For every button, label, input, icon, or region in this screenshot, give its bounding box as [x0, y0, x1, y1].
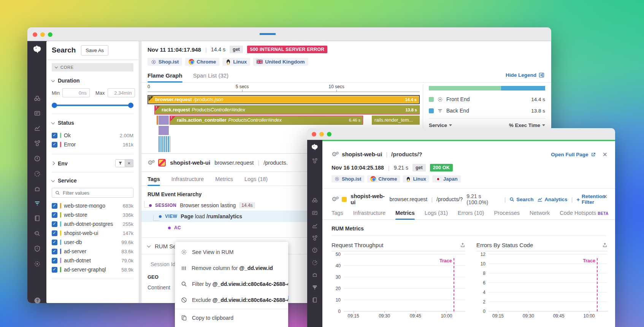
checkbox-checked[interactable] — [52, 203, 57, 209]
span-bar-purple[interactable] — [159, 126, 169, 135]
chart-plot-area[interactable]: 024681012Trace — [476, 254, 608, 311]
span-bars-sql-queries[interactable] — [159, 136, 170, 152]
span-bar-small[interactable] — [157, 116, 158, 125]
export-icon[interactable] — [602, 242, 608, 248]
service-section-header[interactable]: Service — [52, 178, 133, 184]
facet-row-service[interactable]: ad-server83.6k — [52, 247, 133, 256]
tab-logs[interactable]: Logs (18) — [244, 176, 268, 186]
events-list-icon[interactable] — [33, 109, 41, 117]
tab-flame-graph[interactable]: Flame Graph — [148, 72, 182, 82]
zoom-window-button[interactable] — [48, 32, 52, 37]
retention-filter-button[interactable]: + Retention Filter — [576, 194, 615, 205]
tag-linux[interactable]: Linux — [222, 58, 250, 66]
checkbox-checked[interactable] — [52, 249, 57, 254]
status-section-header[interactable]: Status — [52, 120, 133, 126]
core-section-header[interactable]: CORE — [52, 63, 133, 71]
gauge-icon[interactable] — [311, 259, 319, 267]
facet-row-service[interactable]: auth-dotnet-postgres255k — [52, 219, 133, 229]
tag-country[interactable]: Japan — [432, 175, 461, 183]
tab-tags[interactable]: Tags — [332, 210, 343, 219]
save-as-button[interactable]: Save As — [81, 45, 108, 56]
legend-row-back-end[interactable]: Back End 13.8 s — [429, 108, 545, 114]
datadog-logo-icon[interactable] — [32, 44, 43, 57]
tag-country[interactable]: United Kingdom — [253, 58, 308, 66]
checkbox-checked[interactable] — [52, 258, 57, 264]
menu-item-see-view-in-rum[interactable]: See View in RUM — [175, 244, 288, 260]
security-shield-icon[interactable] — [33, 244, 41, 253]
checkbox-checked[interactable] — [52, 221, 57, 227]
tab-network[interactable]: Network — [530, 210, 550, 219]
tag-chrome[interactable]: Chrome — [185, 58, 219, 66]
watch-binoculars-icon[interactable] — [33, 94, 41, 102]
error-tracking-icon[interactable] — [33, 154, 41, 163]
tab-tags[interactable]: Tags — [148, 176, 160, 186]
facet-row-service[interactable]: auth-dotnet79.0k — [52, 256, 133, 265]
column-header-service[interactable]: Service — [429, 122, 447, 128]
tab-infrastructure[interactable]: Infrastructure — [353, 210, 385, 219]
env-filter-button[interactable] — [115, 159, 125, 167]
checkbox-checked[interactable] — [52, 240, 57, 245]
chart-plot-area[interactable]: 01020304050Trace — [332, 254, 465, 311]
tag-chrome[interactable]: Chrome — [367, 175, 400, 183]
apm-traces-icon[interactable] — [311, 283, 319, 292]
span-bar-action-controller[interactable]: ! rails.action_controller ProductsContro… — [170, 116, 363, 125]
open-full-page-link[interactable]: Open Full Page — [551, 152, 595, 157]
tab-infrastructure[interactable]: Infrastructure — [171, 176, 204, 186]
menu-item-filter-by[interactable]: Filter by @_dd.view.id:c80c6a4c-2688-4ed — [175, 276, 288, 292]
slider-handle-min[interactable] — [52, 103, 57, 108]
checkbox-checked[interactable] — [52, 230, 57, 236]
duration-max-input[interactable] — [108, 88, 135, 97]
cluster-icon[interactable] — [33, 139, 41, 148]
hide-legend-link[interactable]: Hide Legend — [506, 72, 544, 78]
cluster-icon[interactable] — [311, 234, 319, 242]
close-panel-icon[interactable]: ✕ — [603, 151, 608, 158]
checkbox-checked[interactable] — [52, 212, 57, 218]
gauge-icon[interactable] — [33, 170, 41, 178]
span-bar-render-template[interactable]: rails.render_tem... — [372, 116, 420, 125]
metrics-chart-icon[interactable] — [311, 222, 319, 230]
facet-row-service[interactable]: user-db99.6k — [52, 238, 133, 247]
env-section-header[interactable]: Env ✕ — [52, 159, 133, 167]
tab-errors[interactable]: Errors (10) — [458, 210, 484, 219]
service-filter-box[interactable] — [52, 188, 133, 198]
search-button[interactable]: Search — [509, 197, 533, 202]
facet-row-ok[interactable]: Ok 2.00M — [52, 131, 133, 140]
notebook-icon[interactable] — [311, 296, 319, 304]
close-span-detail-icon[interactable]: ✕ — [603, 193, 608, 200]
menu-item-copy-to-clipboard[interactable]: Copy to clipboard — [175, 310, 288, 326]
tab-logs[interactable]: Logs (31) — [425, 210, 448, 219]
gear-icon[interactable]: ⚙⚙ — [332, 151, 338, 157]
integrations-puzzle-icon[interactable] — [33, 185, 41, 193]
checkbox-checked[interactable] — [52, 142, 57, 148]
gear-icon[interactable]: ⚙⚙ — [148, 160, 154, 166]
error-tracking-icon[interactable] — [311, 246, 319, 254]
minimize-window-button[interactable] — [40, 32, 45, 37]
minimize-window-button[interactable] — [319, 132, 324, 137]
slider-handle-max[interactable] — [128, 103, 133, 108]
duration-min-input[interactable] — [62, 88, 90, 97]
gear-icon[interactable]: ⚙⚙ — [332, 196, 338, 202]
facet-row-service[interactable]: web-store336k — [52, 210, 133, 219]
titlebar[interactable] — [307, 128, 615, 140]
legend-row-front-end[interactable]: Front End 14.4 s — [429, 96, 545, 102]
menu-item-exclude[interactable]: Exclude @_dd.view.id:c80c6a4c-2688-4ed7 — [175, 292, 288, 308]
service-filter-input[interactable] — [63, 190, 130, 196]
tab-code-hotspots[interactable]: Code Hotspots BETA — [560, 210, 608, 219]
env-clear-button[interactable]: ✕ — [125, 159, 133, 167]
span-bar-purple[interactable] — [159, 116, 169, 125]
rum-target-icon[interactable] — [33, 260, 41, 268]
tab-processes[interactable]: Processes — [494, 210, 520, 219]
facet-row-service[interactable]: web-store-mongo683k — [52, 201, 133, 210]
apm-traces-icon[interactable] — [33, 199, 41, 208]
analytics-button[interactable]: Analytics — [537, 197, 567, 202]
events-list-icon[interactable] — [311, 209, 319, 217]
notebook-icon[interactable] — [33, 214, 41, 222]
span-bar-browser-request[interactable]: ! browser.request /products.json 14.4 s — [148, 95, 420, 104]
tab-span-list[interactable]: Span List (32) — [193, 72, 228, 82]
datadog-logo-icon[interactable] — [310, 143, 319, 154]
integrations-puzzle-icon[interactable] — [311, 271, 319, 279]
facet-row-error[interactable]: Error 161k — [52, 140, 133, 149]
tab-metrics[interactable]: Metrics — [395, 210, 415, 219]
facet-row-service[interactable]: shopist-web-ui147k — [52, 229, 133, 238]
watchdog-icon[interactable] — [33, 229, 41, 238]
